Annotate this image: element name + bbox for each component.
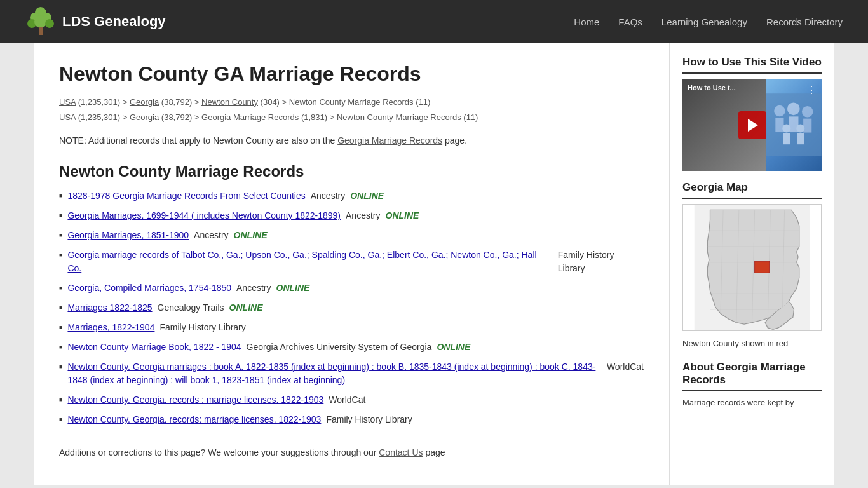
svg-rect-15 [783, 133, 790, 145]
svg-point-10 [787, 102, 800, 115]
breadcrumb-usa-1[interactable]: USA [59, 97, 76, 107]
list-item: Marriages, 1822-1904 Family History Libr… [59, 321, 644, 334]
record-link-0[interactable]: 1828-1978 Georgia Marriage Records From … [67, 189, 305, 203]
nav-home[interactable]: Home [574, 17, 599, 27]
svg-point-16 [797, 124, 805, 132]
svg-point-8 [775, 105, 786, 117]
breadcrumbs: USA (1,235,301) > Georgia (38,792) > New… [59, 96, 644, 123]
list-item: 1828-1978 Georgia Marriage Records From … [59, 189, 644, 203]
map-section-title: Georgia Map [682, 181, 822, 199]
record-link-3[interactable]: Georgia marriage records of Talbot Co., … [67, 248, 552, 275]
svg-rect-30 [755, 261, 770, 273]
record-link-4[interactable]: Georgia, Compiled Marriages, 1754-1850 [67, 281, 231, 295]
logo-area[interactable]: LDS Genealogy [25, 6, 166, 37]
video-section-title: How to Use This Site Video [682, 56, 822, 74]
svg-point-14 [783, 124, 791, 132]
list-item: Newton County, Georgia marriages : book … [59, 360, 644, 387]
record-link-9[interactable]: Newton County, Georgia, records : marria… [67, 393, 323, 407]
record-link-7[interactable]: Newton County Marriage Book, 1822 - 1904 [67, 341, 241, 354]
map-section: Georgia Map [682, 181, 822, 348]
record-link-6[interactable]: Marriages, 1822-1904 [67, 321, 154, 334]
about-section: About Georgia Marriage Records Marriage … [682, 361, 822, 409]
video-title-text: How to Use t... [688, 84, 736, 92]
play-icon [748, 119, 758, 132]
list-item: Newton County Marriage Book, 1822 - 1904… [59, 341, 644, 354]
svg-point-5 [45, 19, 54, 28]
list-item: Georgia marriage records of Talbot Co., … [59, 248, 644, 275]
list-item: Newton County, Georgia, records : marria… [59, 393, 644, 407]
breadcrumb-ga-marriage[interactable]: Georgia Marriage Records [201, 112, 299, 122]
breadcrumb-usa-2[interactable]: USA [59, 112, 76, 122]
record-link-10[interactable]: Newton County, Georgia, records; marriag… [67, 413, 321, 426]
georgia-map-container [682, 204, 822, 334]
record-list: 1828-1978 Georgia Marriage Records From … [59, 189, 644, 426]
svg-point-4 [34, 15, 47, 28]
breadcrumb-line-1: USA (1,235,301) > Georgia (38,792) > New… [59, 96, 644, 109]
video-thumbnail[interactable]: How to Use t... [682, 79, 822, 171]
svg-point-12 [802, 106, 813, 118]
about-text: Marriage records were kept by [682, 396, 822, 409]
nav-records-dir[interactable]: Records Directory [766, 17, 843, 27]
svg-rect-17 [797, 133, 804, 145]
nav-learning[interactable]: Learning Genealogy [661, 17, 747, 27]
breadcrumb-line-2: USA (1,235,301) > Georgia (38,792) > Geo… [59, 111, 644, 124]
more-icon[interactable]: ⋮ [806, 84, 817, 96]
about-section-title: About Georgia Marriage Records [682, 361, 822, 391]
additions-note: Additions or corrections to this page? W… [59, 445, 644, 459]
contact-us-link[interactable]: Contact Us [379, 447, 423, 458]
logo-label: LDS Genealogy [62, 13, 166, 30]
list-item: Georgia Marriages, 1851-1900 Ancestry ON… [59, 229, 644, 242]
breadcrumb-georgia-2[interactable]: Georgia [130, 112, 159, 122]
main-content: Newton County GA Marriage Records USA (1… [34, 43, 669, 485]
nav-faqs[interactable]: FAQs [618, 17, 642, 27]
record-link-8[interactable]: Newton County, Georgia marriages : book … [67, 360, 601, 387]
note-paragraph: NOTE: Additional records that apply to N… [59, 133, 644, 147]
main-nav: Home FAQs Learning Genealogy Records Dir… [574, 17, 843, 27]
section-title: Newton County Marriage Records [59, 163, 644, 180]
ga-marriage-records-link[interactable]: Georgia Marriage Records [337, 135, 442, 146]
map-label: Newton County shown in red [682, 339, 822, 348]
georgia-map-svg [682, 204, 822, 331]
svg-rect-9 [776, 118, 784, 132]
sidebar: How to Use This Site Video How to Use t.… [669, 43, 834, 485]
video-section: How to Use This Site Video How to Use t.… [682, 56, 822, 171]
list-item: Georgia Marriages, 1699-1944 ( includes … [59, 209, 644, 222]
svg-rect-13 [804, 119, 812, 133]
breadcrumb-georgia-1[interactable]: Georgia [130, 97, 159, 107]
record-link-2[interactable]: Georgia Marriages, 1851-1900 [67, 229, 189, 242]
logo-tree-icon [25, 6, 56, 37]
site-header: LDS Genealogy Home FAQs Learning Genealo… [0, 0, 868, 43]
play-button[interactable] [738, 111, 766, 139]
list-item: Newton County, Georgia, records; marriag… [59, 413, 644, 426]
page-wrapper: Newton County GA Marriage Records USA (1… [34, 43, 834, 485]
svg-rect-6 [39, 27, 43, 35]
record-link-1[interactable]: Georgia Marriages, 1699-1944 ( includes … [67, 209, 341, 222]
page-title: Newton County GA Marriage Records [59, 62, 644, 86]
list-item: Georgia, Compiled Marriages, 1754-1850 A… [59, 281, 644, 295]
list-item: Marriages 1822-1825 Genealogy Trails ONL… [59, 301, 644, 315]
breadcrumb-newton-1[interactable]: Newton County [201, 97, 258, 107]
record-link-5[interactable]: Marriages 1822-1825 [67, 301, 152, 315]
